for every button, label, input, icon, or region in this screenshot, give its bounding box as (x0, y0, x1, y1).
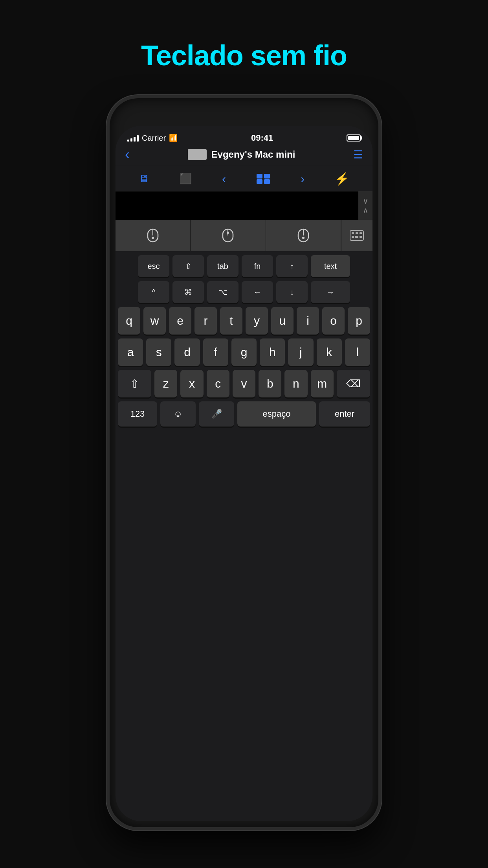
svg-point-9 (227, 232, 229, 234)
emoji-key[interactable]: ☺ (160, 401, 196, 427)
key-t[interactable]: t (220, 307, 242, 335)
qwerty-row: q w e r t y u i o p (118, 307, 370, 335)
zxcv-row: ⇧ z x c v b n m ⌫ (118, 370, 370, 397)
svg-rect-0 (257, 174, 262, 178)
num-key[interactable]: 123 (118, 401, 157, 427)
chevron-right-icon[interactable]: › (301, 172, 305, 186)
battery-indicator (347, 134, 361, 142)
svg-point-12 (302, 237, 305, 239)
key-o[interactable]: o (322, 307, 345, 335)
key-l[interactable]: l (345, 338, 370, 366)
svg-rect-3 (264, 179, 270, 184)
key-y[interactable]: y (246, 307, 268, 335)
power-button[interactable] (379, 212, 382, 252)
status-bar: Carrier 📶 09:41 (116, 126, 372, 143)
key-f[interactable]: f (203, 338, 228, 366)
svg-rect-17 (352, 236, 354, 238)
key-n[interactable]: n (284, 370, 307, 397)
gallery-icon[interactable]: ⬛ (179, 173, 192, 185)
esc-key[interactable]: esc (138, 255, 169, 277)
bolt-icon[interactable]: ⚡ (335, 172, 349, 186)
asdf-row: a s d f g h j k l (118, 338, 370, 366)
key-h[interactable]: h (260, 338, 285, 366)
scroll-up-arrow[interactable]: ∧ (363, 206, 369, 215)
toolbar: 🖥 ⬛ ‹ › ⚡ (116, 166, 372, 191)
middle-click-button[interactable] (191, 220, 266, 251)
scrollbar-track[interactable]: ∨ ∧ (358, 191, 372, 220)
carrier-label: Carrier (142, 134, 166, 143)
page-title: Teclado sem fio (141, 39, 347, 72)
arrow-left-key[interactable]: ← (242, 281, 273, 303)
fn-key[interactable]: fn (242, 255, 273, 277)
arrow-right-key[interactable]: → (311, 281, 350, 303)
keyboard-toggle-button[interactable] (341, 220, 372, 251)
svg-rect-1 (264, 174, 270, 178)
phone-frame: Carrier 📶 09:41 ‹ Evgeny's Mac mini ☰ 🖥 … (106, 95, 382, 830)
svg-rect-2 (257, 179, 262, 184)
svg-point-6 (152, 237, 154, 239)
monitor-icon[interactable]: 🖥 (139, 173, 149, 185)
special-row-1: esc ⇧ tab fn ↑ text (118, 255, 370, 277)
screen-area-wrapper: ∨ ∧ (116, 191, 372, 220)
key-g[interactable]: g (231, 338, 257, 366)
key-v[interactable]: v (233, 370, 255, 397)
key-j[interactable]: j (288, 338, 313, 366)
bottom-row: 123 ☺ 🎤 espaço enter (118, 401, 370, 427)
delete-key[interactable]: ⌫ (337, 370, 370, 397)
clock: 09:41 (251, 133, 273, 143)
key-r[interactable]: r (194, 307, 217, 335)
cmd-key[interactable]: ⌘ (172, 281, 204, 303)
text-key[interactable]: text (311, 255, 350, 277)
wifi-icon: 📶 (169, 134, 178, 142)
key-p[interactable]: p (348, 307, 370, 335)
svg-rect-14 (352, 232, 354, 234)
device-name: Evgeny's Mac mini (211, 149, 295, 160)
key-z[interactable]: z (154, 370, 177, 397)
shift-key-left[interactable]: ⇧ (118, 370, 151, 397)
left-click-button[interactable] (116, 220, 191, 251)
list-icon[interactable]: ☰ (353, 148, 363, 161)
opt-key[interactable]: ⌥ (207, 281, 238, 303)
key-k[interactable]: k (317, 338, 342, 366)
key-w[interactable]: w (143, 307, 166, 335)
svg-rect-18 (355, 236, 358, 238)
tab-key[interactable]: tab (207, 255, 238, 277)
svg-rect-16 (360, 232, 362, 234)
ctrl-key[interactable]: ^ (138, 281, 169, 303)
volume-up-button[interactable] (106, 200, 109, 228)
arrow-down-key[interactable]: ↓ (276, 281, 308, 303)
nav-title: Evgeny's Mac mini (188, 149, 295, 160)
key-d[interactable]: d (174, 338, 200, 366)
key-i[interactable]: i (297, 307, 319, 335)
chevron-left-icon[interactable]: ‹ (222, 172, 226, 186)
svg-rect-13 (350, 230, 363, 241)
key-x[interactable]: x (180, 370, 203, 397)
keyboard: esc ⇧ tab fn ↑ text ^ ⌘ ⌥ ← ↓ → q w e (116, 251, 372, 433)
nav-bar: ‹ Evgeny's Mac mini ☰ (116, 143, 372, 166)
mac-mini-icon (188, 149, 207, 160)
enter-key[interactable]: enter (319, 401, 370, 427)
key-m[interactable]: m (311, 370, 334, 397)
arrow-up-key[interactable]: ↑ (276, 255, 308, 277)
key-c[interactable]: c (207, 370, 229, 397)
key-s[interactable]: s (146, 338, 171, 366)
svg-rect-19 (360, 236, 362, 238)
svg-rect-15 (356, 232, 358, 234)
battery-fill (348, 136, 359, 140)
key-e[interactable]: e (169, 307, 191, 335)
phone-screen: Carrier 📶 09:41 ‹ Evgeny's Mac mini ☰ 🖥 … (116, 126, 372, 821)
right-click-button[interactable] (266, 220, 341, 251)
space-key[interactable]: espaço (237, 401, 316, 427)
key-a[interactable]: a (118, 338, 143, 366)
mic-key[interactable]: 🎤 (199, 401, 234, 427)
key-q[interactable]: q (118, 307, 140, 335)
key-b[interactable]: b (259, 370, 281, 397)
shift-key[interactable]: ⇧ (172, 255, 204, 277)
scroll-down-arrow[interactable]: ∨ (363, 196, 369, 206)
volume-down-button[interactable] (106, 236, 109, 263)
back-button[interactable]: ‹ (125, 146, 130, 163)
key-u[interactable]: u (271, 307, 294, 335)
remote-screen (116, 191, 358, 220)
status-left: Carrier 📶 (127, 134, 178, 143)
windows-icon[interactable] (256, 173, 270, 184)
